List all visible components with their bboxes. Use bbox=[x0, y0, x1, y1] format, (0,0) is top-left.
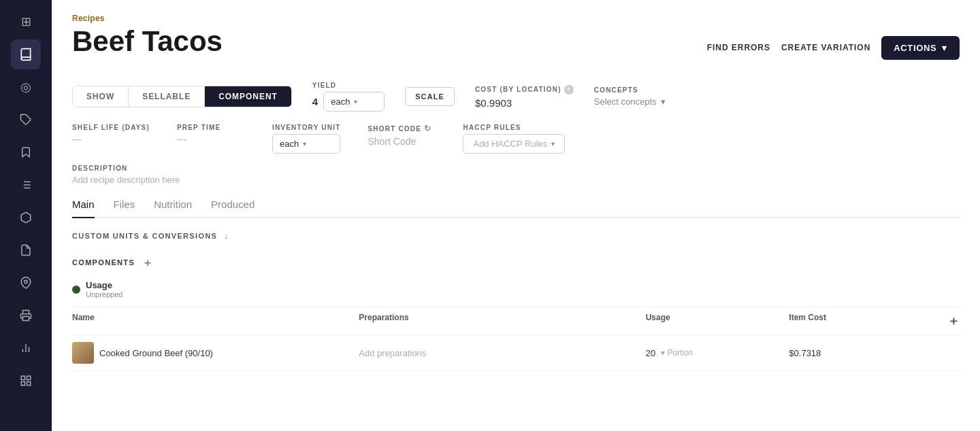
custom-units-section: CUSTOM UNITS & CONVERSIONS ↓ bbox=[72, 230, 960, 241]
svg-point-7 bbox=[24, 280, 28, 283]
row-preparations-cell[interactable]: Add preparations bbox=[359, 348, 645, 358]
cost-label: COST (BY LOCATION) ? bbox=[475, 85, 574, 94]
components-section: COMPONENTS ＋ Usage Unprepped Name Prepar… bbox=[72, 254, 960, 371]
tab-files[interactable]: Files bbox=[114, 199, 135, 218]
main-content: Recipes Beef Tacos FIND ERRORS CREATE VA… bbox=[52, 0, 980, 431]
usage-toggle-row: Usage Unprepped bbox=[72, 280, 960, 298]
header-preparations: Preparations bbox=[359, 313, 645, 329]
sidebar-item-doc[interactable] bbox=[11, 235, 41, 265]
haccp-rules-select[interactable]: Add HACCP Rules ▾ bbox=[463, 134, 565, 154]
row-usage-unit: ▾ Portion bbox=[661, 348, 693, 358]
sidebar-item-compass[interactable]: ◎ bbox=[11, 72, 41, 102]
prep-time-value[interactable]: --- bbox=[177, 134, 245, 145]
shelf-life-field: SHELF LIFE (DAYS) --- bbox=[72, 124, 150, 145]
component-toggle-button[interactable]: COMPONENT bbox=[204, 86, 291, 107]
page-title: Beef Tacos bbox=[72, 26, 223, 57]
actions-button[interactable]: ACTIONS ▾ bbox=[881, 36, 960, 60]
box-icon bbox=[20, 211, 32, 224]
table-header-row: Name Preparations Usage Item Cost ＋ bbox=[72, 307, 960, 335]
recipe-type-toggle: SHOW SELLABLE COMPONENT bbox=[72, 86, 292, 107]
short-code-field: SHORT CODE ↻ Short Code bbox=[368, 124, 436, 147]
book-icon bbox=[19, 48, 33, 61]
header-add[interactable]: ＋ bbox=[932, 313, 960, 329]
sidebar-item-tags[interactable] bbox=[11, 105, 41, 135]
sidebar-item-dashboard[interactable]: ⊞ bbox=[11, 7, 41, 37]
shelf-life-value[interactable]: --- bbox=[72, 134, 150, 145]
prep-time-label: PREP TIME bbox=[177, 124, 245, 131]
header-name: Name bbox=[72, 313, 359, 329]
tab-main[interactable]: Main bbox=[72, 199, 95, 218]
grid-icon bbox=[20, 375, 32, 387]
file-icon bbox=[20, 244, 32, 256]
haccp-rules-label: HACCP RULES bbox=[463, 124, 565, 131]
cost-info-icon[interactable]: ? bbox=[564, 85, 574, 94]
sellable-toggle-button[interactable]: SELLABLE bbox=[128, 86, 204, 107]
usage-label[interactable]: Usage bbox=[86, 280, 122, 290]
sidebar-item-print[interactable] bbox=[11, 300, 41, 330]
list-icon bbox=[20, 179, 32, 191]
row-cost-cell: $0.7318 bbox=[789, 348, 932, 358]
row-item-name[interactable]: Cooked Ground Beef (90/10) bbox=[99, 348, 213, 358]
usage-sublabel: Unprepped bbox=[86, 290, 122, 298]
concepts-select[interactable]: Select concepts ▾ bbox=[594, 97, 666, 107]
svg-rect-8 bbox=[23, 317, 29, 321]
sidebar-item-labels[interactable] bbox=[11, 137, 41, 167]
description-section: DESCRIPTION Add recipe description here bbox=[72, 165, 960, 185]
bar-chart-icon bbox=[20, 342, 32, 354]
header-item-cost: Item Cost bbox=[789, 313, 932, 329]
sidebar-item-location[interactable] bbox=[11, 268, 41, 298]
inventory-unit-select[interactable]: each ▾ bbox=[272, 134, 341, 154]
breadcrumb[interactable]: Recipes bbox=[72, 14, 960, 23]
shelf-life-label: SHELF LIFE (DAYS) bbox=[72, 124, 150, 131]
components-table: Name Preparations Usage Item Cost ＋ Cook… bbox=[72, 307, 960, 371]
row-usage-cell: 20 ▾ Portion bbox=[646, 348, 789, 358]
create-variation-button[interactable]: CREATE VARIATION bbox=[781, 43, 870, 52]
tag-icon bbox=[20, 114, 32, 126]
printer-icon bbox=[20, 309, 32, 322]
short-code-value[interactable]: Short Code bbox=[368, 136, 436, 147]
yield-unit-chevron: ▾ bbox=[354, 98, 357, 105]
description-label: DESCRIPTION bbox=[72, 165, 960, 172]
sidebar: ⊞ ◎ bbox=[0, 0, 52, 431]
svg-rect-12 bbox=[21, 376, 24, 379]
inventory-unit-chevron-icon: ▾ bbox=[303, 140, 306, 148]
components-header: COMPONENTS ＋ bbox=[72, 254, 960, 271]
tab-nutrition[interactable]: Nutrition bbox=[154, 199, 192, 218]
concepts-field-group: CONCEPTS Select concepts ▾ bbox=[594, 86, 666, 107]
custom-units-title: CUSTOM UNITS & CONVERSIONS bbox=[72, 232, 217, 240]
svg-rect-14 bbox=[27, 382, 31, 385]
haccp-rules-field: HACCP RULES Add HACCP Rules ▾ bbox=[463, 124, 565, 154]
yield-label: YIELD bbox=[312, 82, 385, 89]
sidebar-item-box[interactable] bbox=[11, 203, 41, 232]
sidebar-item-list[interactable] bbox=[11, 170, 41, 200]
sidebar-item-recipes[interactable] bbox=[11, 39, 41, 69]
short-code-refresh-icon[interactable]: ↻ bbox=[424, 124, 431, 133]
concepts-label: CONCEPTS bbox=[594, 86, 666, 94]
sidebar-item-analytics[interactable] bbox=[11, 333, 41, 363]
short-code-label: SHORT CODE ↻ bbox=[368, 124, 436, 133]
show-toggle-button[interactable]: SHOW bbox=[73, 86, 128, 107]
item-thumbnail bbox=[72, 342, 94, 364]
yield-unit-select[interactable]: each ▾ bbox=[323, 92, 385, 111]
header-usage: Usage bbox=[646, 313, 789, 329]
yield-value[interactable]: 4 bbox=[312, 96, 318, 107]
inventory-unit-label: INVENTORY UNIT bbox=[272, 124, 341, 131]
concepts-chevron-icon: ▾ bbox=[661, 97, 666, 107]
sidebar-item-grid[interactable] bbox=[11, 366, 41, 396]
yield-field: YIELD 4 each ▾ bbox=[312, 82, 385, 111]
table-row: Cooked Ground Beef (90/10) Add preparati… bbox=[72, 335, 960, 371]
find-errors-button[interactable]: FIND ERRORS bbox=[707, 43, 770, 52]
svg-rect-15 bbox=[21, 382, 24, 385]
top-actions: FIND ERRORS CREATE VARIATION ACTIONS ▾ bbox=[707, 36, 960, 60]
content-tabs: Main Files Nutrition Produced bbox=[72, 199, 960, 218]
description-input[interactable]: Add recipe description here bbox=[72, 175, 960, 185]
inventory-unit-field: INVENTORY UNIT each ▾ bbox=[272, 124, 341, 154]
add-component-button[interactable]: ＋ bbox=[142, 254, 154, 271]
prep-time-field: PREP TIME --- bbox=[177, 124, 245, 145]
cost-value: $0.9903 bbox=[475, 97, 574, 109]
scale-button[interactable]: SCALE bbox=[405, 87, 455, 106]
tab-produced[interactable]: Produced bbox=[211, 199, 255, 218]
haccp-rules-chevron-icon: ▾ bbox=[551, 140, 555, 148]
components-title: COMPONENTS bbox=[72, 258, 135, 266]
custom-units-chevron-icon[interactable]: ↓ bbox=[224, 230, 229, 241]
